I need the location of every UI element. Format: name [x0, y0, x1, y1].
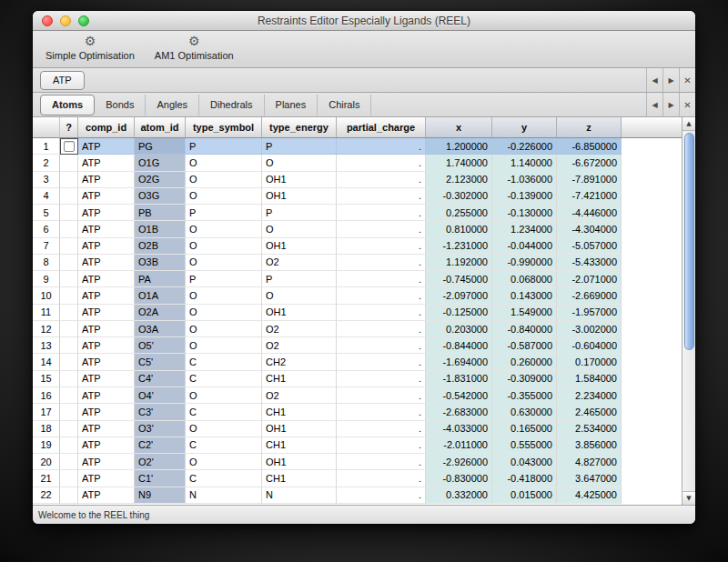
z-cell[interactable]: -3.002000 [557, 321, 622, 337]
comp-id-cell[interactable]: ATP [78, 188, 135, 205]
y-cell[interactable]: -0.990000 [492, 255, 557, 271]
comp-id-cell[interactable]: ATP [78, 354, 135, 370]
y-cell[interactable]: 0.015000 [492, 487, 557, 504]
partial-charge-cell[interactable]: . [337, 371, 426, 387]
tab-chirals[interactable]: Chirals [318, 95, 371, 115]
type-energy-cell[interactable]: CH1 [262, 437, 337, 454]
partial-charge-cell[interactable]: . [337, 287, 426, 304]
atom-id-cell[interactable]: O2B [135, 238, 186, 255]
type-energy-cell[interactable]: P [262, 138, 337, 155]
y-cell[interactable]: -0.840000 [492, 321, 557, 337]
column-header-z[interactable]: z [557, 117, 622, 137]
x-cell[interactable]: 1.200000 [426, 138, 492, 155]
scroll-down-icon[interactable]: ▼ [682, 491, 695, 505]
comp-id-cell[interactable]: ATP [78, 454, 135, 470]
x-cell[interactable]: 0.810000 [426, 221, 492, 237]
atom-id-cell[interactable]: O1G [135, 155, 186, 171]
atom-id-cell[interactable]: PG [135, 138, 186, 155]
z-cell[interactable]: -1.957000 [557, 305, 622, 321]
tab-scroll-left-icon[interactable]: ◀ [646, 68, 662, 92]
partial-charge-cell[interactable]: . [337, 454, 426, 470]
z-cell[interactable]: -6.672000 [557, 155, 622, 171]
type-symbol-cell[interactable]: C [186, 437, 262, 454]
type-symbol-cell[interactable]: O [186, 305, 262, 321]
type-symbol-cell[interactable]: C [186, 371, 262, 387]
type-energy-cell[interactable]: CH1 [262, 470, 337, 487]
z-cell[interactable]: -5.057000 [557, 238, 622, 255]
atom-id-cell[interactable]: O3' [135, 421, 186, 437]
type-energy-cell[interactable]: N [262, 487, 337, 504]
type-symbol-cell[interactable]: C [186, 354, 262, 370]
row-number-cell[interactable]: 13 [33, 337, 60, 354]
type-symbol-cell[interactable]: O [186, 337, 262, 354]
type-energy-cell[interactable]: OH1 [262, 305, 337, 321]
table-row[interactable]: 16ATPO4'OO2.-0.542000-0.3550002.234000 [33, 387, 682, 404]
minimize-window-button[interactable] [60, 15, 71, 26]
y-cell[interactable]: -0.139000 [492, 188, 557, 205]
close-window-button[interactable] [42, 15, 53, 26]
comp-id-cell[interactable]: ATP [78, 155, 135, 171]
table-row[interactable]: 8ATPO3BOO2.1.192000-0.990000-5.433000 [33, 255, 682, 271]
type-symbol-cell[interactable]: P [186, 271, 262, 287]
y-cell[interactable]: 0.068000 [492, 271, 557, 287]
x-cell[interactable]: -1.231000 [426, 238, 492, 255]
type-energy-cell[interactable]: CH2 [262, 354, 337, 370]
y-cell[interactable]: 1.234000 [492, 221, 557, 237]
select-checkbox-cell[interactable] [60, 172, 78, 188]
atom-id-cell[interactable]: C3' [135, 404, 186, 420]
x-cell[interactable]: -2.926000 [426, 454, 492, 470]
partial-charge-cell[interactable]: . [337, 255, 426, 271]
z-cell[interactable]: -4.446000 [557, 205, 622, 221]
type-symbol-cell[interactable]: O [186, 172, 262, 188]
select-checkbox-cell[interactable] [60, 138, 78, 155]
tab-angles[interactable]: Angles [146, 95, 199, 115]
atom-id-cell[interactable]: PB [135, 205, 186, 221]
y-cell[interactable]: -0.587000 [492, 337, 557, 354]
type-energy-cell[interactable]: CH1 [262, 404, 337, 420]
select-checkbox-cell[interactable] [60, 337, 78, 354]
scrollbar-thumb[interactable] [684, 133, 694, 350]
column-header-comp-id[interactable]: comp_id [78, 117, 135, 137]
partial-charge-cell[interactable]: . [337, 354, 426, 370]
atom-id-cell[interactable]: PA [135, 271, 186, 287]
type-symbol-cell[interactable]: P [186, 205, 262, 221]
table-row[interactable]: 1ATPPGPP.1.200000-0.226000-6.850000 [33, 138, 682, 155]
comp-id-cell[interactable]: ATP [78, 470, 135, 487]
type-symbol-cell[interactable]: C [186, 404, 262, 420]
table-row[interactable]: 13ATPO5'OO2.-0.844000-0.587000-0.604000 [33, 337, 682, 354]
vertical-scrollbar[interactable]: ▲ ▼ [682, 117, 695, 505]
z-cell[interactable]: 0.170000 [557, 354, 622, 370]
comp-id-cell[interactable]: ATP [78, 305, 135, 321]
partial-charge-cell[interactable]: . [337, 155, 426, 171]
tab-close-icon[interactable]: ✕ [679, 68, 695, 92]
partial-charge-cell[interactable]: . [337, 172, 426, 188]
type-energy-cell[interactable]: O [262, 155, 337, 171]
tab-bonds[interactable]: Bonds [95, 95, 146, 115]
tab-planes[interactable]: Planes [265, 95, 318, 115]
table-row[interactable]: 18ATPO3'OOH1.-4.0330000.1650002.534000 [33, 421, 682, 437]
atom-id-cell[interactable]: N9 [135, 487, 186, 504]
table-row[interactable]: 4ATPO3GOOH1.-0.302000-0.139000-7.421000 [33, 188, 682, 205]
y-cell[interactable]: 0.260000 [492, 354, 557, 370]
x-cell[interactable]: 2.123000 [426, 172, 492, 188]
row-number-cell[interactable]: 12 [33, 321, 60, 337]
scroll-up-icon[interactable]: ▲ [682, 117, 695, 131]
select-checkbox-cell[interactable] [60, 470, 78, 487]
comp-id-cell[interactable]: ATP [78, 205, 135, 221]
atom-id-cell[interactable]: O3G [135, 188, 186, 205]
column-header-partial-charge[interactable]: partial_charge [337, 117, 426, 137]
row-number-cell[interactable]: 7 [33, 238, 60, 255]
partial-charge-cell[interactable]: . [337, 138, 426, 155]
atom-id-cell[interactable]: O2' [135, 454, 186, 470]
partial-charge-cell[interactable]: . [337, 470, 426, 487]
table-row[interactable]: 2ATPO1GOO.1.7400001.140000-6.672000 [33, 155, 682, 171]
row-number-cell[interactable]: 22 [33, 487, 60, 504]
select-checkbox-cell[interactable] [60, 155, 78, 171]
y-cell[interactable]: 0.043000 [492, 454, 557, 470]
tab-scroll-left-icon[interactable]: ◀ [646, 93, 662, 116]
table-row[interactable]: 20ATPO2'OOH1.-2.9260000.0430004.827000 [33, 454, 682, 470]
tab-dihedrals[interactable]: Dihedrals [199, 95, 264, 115]
comp-id-cell[interactable]: ATP [78, 371, 135, 387]
y-cell[interactable]: -0.226000 [492, 138, 557, 155]
partial-charge-cell[interactable]: . [337, 337, 426, 354]
